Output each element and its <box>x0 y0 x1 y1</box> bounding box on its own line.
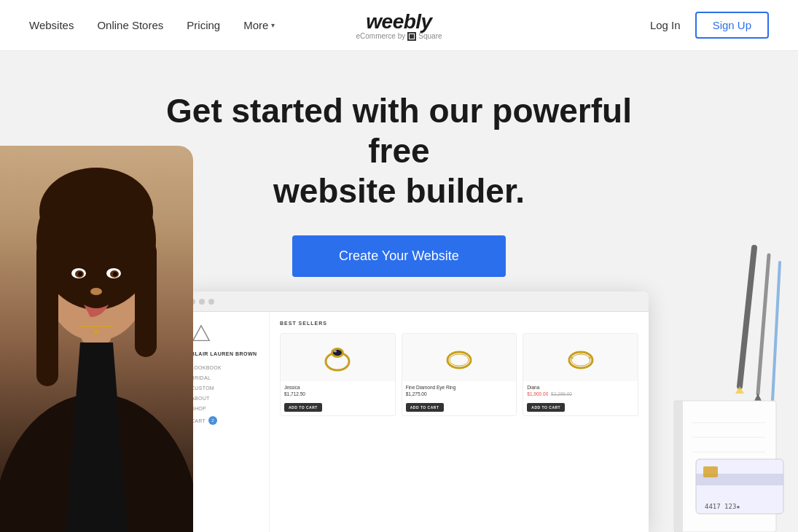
chevron-down-icon: ▾ <box>271 21 275 29</box>
best-sellers-title: BEST SELLERS <box>280 321 638 326</box>
product-image-diamond <box>402 334 517 381</box>
svg-rect-34 <box>674 401 683 532</box>
svg-rect-5 <box>135 240 157 357</box>
nav-websites[interactable]: Websites <box>29 19 74 31</box>
browser-toolbar <box>182 292 649 312</box>
nav-left: Websites Online Stores Pricing More ▾ <box>29 19 275 31</box>
original-price: $2,299.00 <box>551 391 572 396</box>
nav-about[interactable]: ABOUT <box>191 396 260 401</box>
svg-point-14 <box>94 329 98 334</box>
product-price-jessica: $1,712.50 <box>284 391 391 396</box>
hero-section: Get started with our powerful free websi… <box>0 51 798 532</box>
svg-marker-31 <box>754 394 762 401</box>
store-main: BEST SELLERS Jessi <box>270 312 649 532</box>
nav-bridal[interactable]: BRIDAL <box>191 375 260 380</box>
header: Websites Online Stores Pricing More ▾ we… <box>0 0 798 51</box>
create-website-button[interactable]: Create Your Website <box>292 235 506 277</box>
product-name-diamond: Fine Diamond Eye Ring <box>406 385 513 390</box>
store-nav: LOOKBOOK BRIDAL CUSTOM ABOUT SHOP CART 2 <box>191 365 260 425</box>
svg-rect-41 <box>703 466 718 477</box>
products-grid: Jessica $1,712.50 ADD TO CART <box>280 333 638 416</box>
svg-point-26 <box>588 356 590 359</box>
nav-shop[interactable]: SHOP <box>191 406 260 411</box>
product-info-jessica: Jessica $1,712.50 ADD TO CART <box>281 381 395 415</box>
sale-price: $1,900.00 <box>527 391 548 396</box>
svg-marker-16 <box>193 326 209 341</box>
ring-icon-diamond <box>441 340 477 376</box>
svg-point-20 <box>334 350 337 352</box>
nav-custom[interactable]: CUSTOM <box>191 386 260 391</box>
add-to-cart-diana[interactable]: ADD TO CART <box>527 403 565 412</box>
hero-person-image <box>0 146 193 532</box>
browser-content: BLAIR LAUREN BROWN LOOKBOOK BRIDAL CUSTO… <box>182 312 649 532</box>
product-card-diamond: Fine Diamond Eye Ring $1,275.00 ADD TO C… <box>402 333 517 416</box>
product-card-diana: Diana $1,900.00 $2,299.00 ADD TO CART <box>523 333 638 416</box>
nav-cart[interactable]: CART 2 <box>191 416 260 425</box>
product-image-diana <box>523 334 638 381</box>
svg-text:4417 123★: 4417 123★ <box>705 503 740 510</box>
add-to-cart-jessica[interactable]: ADD TO CART <box>284 403 322 412</box>
logo-subtitle: eCommerce by Square <box>356 32 442 41</box>
svg-point-25 <box>571 356 573 359</box>
svg-point-24 <box>571 354 590 366</box>
square-logo-icon <box>407 32 416 41</box>
nav-more[interactable]: More ▾ <box>243 19 275 31</box>
brand-name: BLAIR LAUREN BROWN <box>191 351 260 356</box>
browser-dot-green <box>208 299 214 305</box>
product-card-jessica: Jessica $1,712.50 ADD TO CART <box>280 333 396 416</box>
sketch-svg: 4417 123★ <box>652 240 798 532</box>
add-to-cart-diamond[interactable]: ADD TO CART <box>406 403 444 412</box>
svg-point-13 <box>90 288 102 295</box>
product-name-jessica: Jessica <box>284 385 391 390</box>
signup-button[interactable]: Sign Up <box>695 12 769 39</box>
person-svg <box>0 146 193 532</box>
browser-mockup: BLAIR LAUREN BROWN LOOKBOOK BRIDAL CUSTO… <box>182 292 649 532</box>
hero-headline: Get started with our powerful free websi… <box>137 91 662 212</box>
product-image-jessica <box>281 334 395 381</box>
svg-point-11 <box>78 272 82 276</box>
product-price-diamond: $1,275.00 <box>406 391 513 396</box>
svg-line-30 <box>758 255 769 394</box>
product-price-diana: $1,900.00 $2,299.00 <box>527 391 634 396</box>
logo[interactable]: weebly eCommerce by Square <box>356 10 442 41</box>
svg-point-27 <box>579 351 582 353</box>
ring-icon-jessica <box>319 340 356 376</box>
svg-point-12 <box>113 272 117 276</box>
svg-rect-4 <box>36 240 58 386</box>
logo-text: weebly <box>366 10 431 34</box>
svg-point-6 <box>39 168 153 255</box>
nav-right: Log In Sign Up <box>650 12 769 39</box>
product-info-diana: Diana $1,900.00 $2,299.00 ADD TO CART <box>523 381 638 415</box>
nav-lookbook[interactable]: LOOKBOOK <box>191 365 260 370</box>
ring-icon-diana <box>563 340 599 376</box>
nav-online-stores[interactable]: Online Stores <box>97 19 163 31</box>
sketch-decoration: 4417 123★ <box>652 240 798 532</box>
svg-line-28 <box>740 248 754 386</box>
login-button[interactable]: Log In <box>650 19 681 31</box>
cart-badge: 2 <box>208 416 217 425</box>
product-info-diamond: Fine Diamond Eye Ring $1,275.00 ADD TO C… <box>402 381 517 415</box>
svg-point-22 <box>450 354 469 366</box>
brand-logo-icon <box>191 324 211 344</box>
browser-dot-yellow <box>199 299 205 305</box>
svg-line-32 <box>772 262 780 401</box>
nav-pricing[interactable]: Pricing <box>187 19 220 31</box>
store-sidebar: BLAIR LAUREN BROWN LOOKBOOK BRIDAL CUSTO… <box>182 312 270 532</box>
svg-marker-29 <box>735 386 744 394</box>
product-name-diana: Diana <box>527 385 634 390</box>
